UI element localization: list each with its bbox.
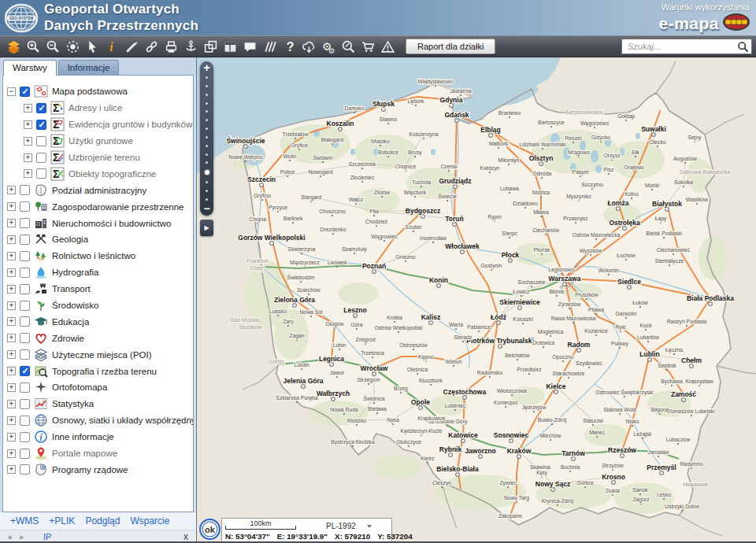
layer-checkbox[interactable] [36, 153, 46, 163]
collapse-icon[interactable]: − [7, 87, 16, 96]
layer-label[interactable]: Nieruchomości i budownictwo [52, 219, 171, 228]
ip-link[interactable]: IP [43, 532, 51, 541]
tool-zoom-in-button[interactable] [24, 37, 43, 56]
layer-label[interactable]: Osnowy, siatki i układy współrzędnych [52, 416, 194, 425]
tool-draw-button[interactable] [122, 37, 142, 56]
layer-checkbox[interactable] [20, 87, 30, 97]
layer-label[interactable]: Edukacja [52, 317, 89, 327]
expand-icon[interactable]: + [7, 186, 16, 194]
tool-info-button[interactable]: i [102, 37, 122, 56]
expand-icon[interactable]: + [24, 137, 32, 146]
expand-icon[interactable]: + [24, 104, 32, 113]
expand-icon[interactable]: + [7, 268, 16, 277]
layer-label[interactable]: Portale mapowe [52, 449, 117, 458]
zoom-level-dot[interactable] [206, 127, 208, 130]
layer-checkbox[interactable] [20, 366, 30, 376]
tool-windows-button[interactable] [201, 37, 220, 56]
projection-select[interactable]: PL-1992 [326, 522, 372, 530]
zoom-level-dot[interactable] [206, 94, 208, 96]
layer-label[interactable]: Ortofotomapa [52, 382, 107, 392]
layer-label[interactable]: Geologia [52, 235, 88, 244]
tool-measure-button[interactable] [260, 37, 280, 56]
layer-label[interactable]: Mapa podstawowa [52, 87, 128, 96]
zoom-level-dot[interactable] [206, 181, 208, 183]
tool-cart-button[interactable] [358, 37, 378, 56]
expand-icon[interactable]: + [7, 219, 16, 227]
layer-label[interactable]: Topografia i rzeźba terenu [52, 367, 157, 376]
tool-search-plot-button[interactable] [339, 37, 358, 56]
layer-label[interactable]: Hydrografia [52, 268, 98, 277]
zoom-level-dot[interactable] [206, 76, 208, 79]
layer-label[interactable]: Zdrowie [52, 334, 84, 343]
footer-link-wsparcie[interactable]: Wsparcie [130, 515, 169, 526]
expand-icon[interactable]: + [7, 285, 16, 294]
expand-icon[interactable]: + [7, 334, 16, 342]
layer-checkbox[interactable] [20, 268, 30, 278]
tool-cursor-button[interactable] [83, 37, 102, 56]
ok-button[interactable]: ok [199, 519, 220, 540]
tool-help-button[interactable]: ? [280, 37, 299, 56]
layer-label[interactable]: Programy rządowe [52, 465, 128, 475]
expand-icon[interactable]: + [7, 367, 16, 375]
tool-zoom-out-button[interactable] [43, 37, 63, 56]
tool-select-area-button[interactable] [63, 37, 83, 56]
layer-label[interactable]: Środowisko [52, 301, 98, 310]
expand-icon[interactable]: + [24, 153, 32, 162]
layer-label[interactable]: Statystyka [52, 399, 94, 408]
layer-checkbox[interactable] [36, 168, 46, 179]
footer-link-podgld[interactable]: Podgląd [85, 515, 120, 526]
zoom-level-dot[interactable] [206, 119, 208, 121]
expand-icon[interactable]: + [7, 433, 16, 441]
layer-checkbox[interactable] [20, 201, 30, 212]
expand-icon[interactable]: + [7, 301, 16, 310]
layer-checkbox[interactable] [36, 136, 46, 146]
zoom-level-current[interactable] [205, 170, 209, 175]
tool-warning-button[interactable] [378, 37, 398, 56]
zoom-level-dot[interactable] [206, 85, 208, 87]
layer-checkbox[interactable] [20, 284, 30, 294]
search-input[interactable] [628, 42, 737, 51]
tool-layout-button[interactable] [220, 37, 240, 56]
layer-checkbox[interactable] [20, 185, 30, 195]
layer-checkbox[interactable] [20, 316, 30, 327]
zoom-level-dot[interactable] [206, 145, 208, 147]
expand-icon[interactable]: + [7, 449, 16, 458]
layer-checkbox[interactable] [20, 432, 30, 442]
layer-checkbox[interactable] [20, 382, 30, 393]
layer-label[interactable]: Uzbrojenie terenu [69, 153, 140, 162]
footer-link-plik[interactable]: +PLIK [49, 515, 75, 526]
pager-arrows[interactable]: « » [8, 533, 26, 541]
tool-cloud-download-button[interactable] [299, 37, 319, 56]
tool-settings-button[interactable]: ⚙⚙ [319, 37, 339, 56]
tool-layers-button[interactable] [4, 37, 24, 56]
layer-checkbox[interactable] [20, 349, 30, 360]
zoom-in-button[interactable]: + [203, 63, 209, 73]
layer-checkbox[interactable] [20, 399, 30, 409]
layer-checkbox[interactable] [36, 120, 46, 130]
layer-label[interactable]: Adresy i ulice [69, 103, 122, 113]
zoom-level-dot[interactable] [206, 136, 208, 139]
layer-label[interactable]: Rolnictwo i leśnictwo [52, 251, 135, 260]
close-panel-button[interactable]: x [183, 531, 188, 542]
tab-warstwy[interactable]: Warstwy [3, 60, 57, 76]
expand-icon[interactable]: + [7, 317, 16, 326]
zoom-level-dot[interactable] [206, 161, 208, 164]
search-icon[interactable] [737, 41, 749, 53]
zoom-level-dot[interactable] [206, 102, 208, 105]
layer-checkbox[interactable] [20, 416, 30, 426]
tool-print-button[interactable] [161, 37, 181, 56]
expand-icon[interactable]: + [7, 465, 16, 474]
layer-label[interactable]: Inne informacje [52, 432, 114, 441]
layer-label[interactable]: Ewidencja gruntów i budynków [69, 120, 192, 129]
expand-icon[interactable]: + [7, 383, 16, 392]
report-parcel-button[interactable]: Raport dla działki [406, 39, 495, 54]
layer-checkbox[interactable] [20, 235, 30, 245]
expand-icon[interactable]: + [7, 400, 16, 408]
panel-toggle-button[interactable]: ▶ [200, 220, 213, 236]
layer-checkbox[interactable] [20, 464, 30, 475]
layer-label[interactable]: Użyteczne miejsca (POI) [52, 350, 152, 360]
expand-icon[interactable]: + [7, 235, 16, 244]
zoom-level-dot[interactable] [206, 190, 208, 192]
expand-icon[interactable]: + [7, 350, 16, 359]
layer-label[interactable]: Użytki gruntowe [69, 136, 133, 146]
